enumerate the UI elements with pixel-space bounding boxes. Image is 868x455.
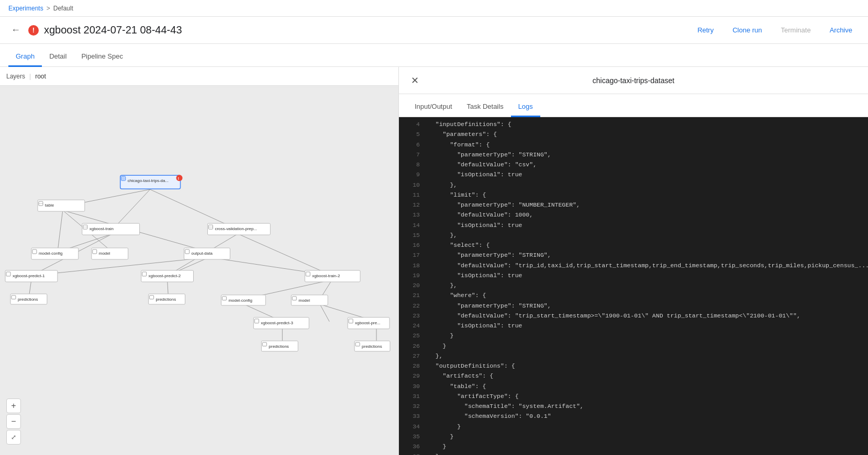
log-line: 32 "schemaTitle": "system.Artifact",	[399, 401, 868, 411]
header-left: ← ! xgboost 2024-07-21 08-44-43	[8, 23, 690, 38]
right-panel-header: ✕ chicago-taxi-trips-dataset	[399, 67, 868, 94]
log-line: 6 "format": {	[399, 140, 868, 150]
main-tabs: Graph Detail Pipeline Spec	[0, 44, 868, 67]
svg-text:cross-validation-prep...: cross-validation-prep...	[215, 226, 257, 231]
svg-text:predictions: predictions	[269, 344, 289, 349]
main-area: Layers | root	[0, 67, 868, 455]
log-line: 23 "defaultValue": "trip_start_timestamp…	[399, 311, 868, 321]
log-line: 17 "parameterType": "STRING",	[399, 250, 868, 260]
rpanel-tab-task-details[interactable]: Task Details	[460, 97, 511, 117]
breadcrumb: Experiments > Default	[0, 0, 868, 17]
log-content[interactable]: 4 "inputDefinitions": {5 "parameters": {…	[399, 117, 868, 455]
log-line: 28 "outputDefinitions": {	[399, 361, 868, 371]
log-line: 36 }	[399, 441, 868, 451]
log-line: 9 "isOptional": true	[399, 169, 868, 179]
svg-text:xgboost-predict-2: xgboost-predict-2	[149, 274, 181, 278]
svg-text:!: !	[178, 176, 180, 181]
log-line: 16 "select": {	[399, 240, 868, 250]
log-line: 22 "parameterType": "STRING",	[399, 301, 868, 311]
log-line: 7 "parameterType": "STRING",	[399, 150, 868, 160]
svg-point-27	[176, 175, 183, 181]
log-line: 24 "isOptional": true	[399, 321, 868, 331]
zoom-out-button[interactable]: −	[6, 414, 21, 429]
breadcrumb-separator: >	[47, 5, 50, 12]
log-line: 34 }	[399, 422, 868, 431]
svg-text:table: table	[45, 203, 54, 208]
rpanel-tab-logs[interactable]: Logs	[511, 97, 540, 117]
svg-text:predictions: predictions	[362, 344, 382, 349]
run-error-icon: !	[28, 25, 39, 36]
layers-bar: Layers | root	[0, 67, 398, 86]
svg-text:model: model	[298, 298, 310, 303]
svg-text:xgboost-predict-1: xgboost-predict-1	[13, 274, 45, 278]
layers-separator: |	[29, 73, 31, 80]
layers-root: root	[35, 73, 46, 80]
svg-text:xgboost-train-2: xgboost-train-2	[312, 274, 340, 278]
breadcrumb-experiments[interactable]: Experiments	[8, 5, 43, 12]
svg-text:xgboost-predict-3: xgboost-predict-3	[261, 321, 293, 325]
log-line: 8 "defaultValue": "csv",	[399, 160, 868, 169]
graph-svg: chicago-taxi-trips-da... ! table xgbo	[0, 86, 398, 455]
log-line: 14 "isOptional": true	[399, 220, 868, 230]
log-line: 25 }	[399, 331, 868, 340]
run-title: xgboost 2024-07-21 08-44-43	[44, 24, 182, 36]
header-actions: Retry Clone run Terminate Archive	[690, 23, 860, 37]
panel-close-button[interactable]: ✕	[407, 73, 422, 88]
zoom-controls: + − ⤢	[6, 399, 21, 445]
back-button[interactable]: ←	[8, 23, 23, 38]
tab-detail[interactable]: Detail	[42, 47, 74, 67]
layers-label: Layers	[6, 73, 25, 80]
log-line: 5 "parameters": {	[399, 129, 868, 139]
tab-graph[interactable]: Graph	[8, 47, 42, 67]
log-line: 15 },	[399, 230, 868, 240]
svg-text:xgboost-train: xgboost-train	[90, 226, 114, 231]
retry-button[interactable]: Retry	[690, 23, 721, 37]
panel-title: chicago-taxi-trips-dataset	[593, 76, 674, 85]
right-panel-tabs: Input/Output Task Details Logs	[399, 94, 868, 117]
tab-pipeline-spec[interactable]: Pipeline Spec	[74, 47, 130, 67]
archive-button[interactable]: Archive	[822, 23, 860, 37]
graph-canvas[interactable]: chicago-taxi-trips-da... ! table xgbo	[0, 86, 398, 455]
breadcrumb-current: Default	[53, 5, 73, 12]
log-line: 11 "limit": {	[399, 190, 868, 200]
log-line: 29 "artifacts": {	[399, 371, 868, 381]
log-line: 21 "where": {	[399, 290, 868, 300]
right-panel: ✕ chicago-taxi-trips-dataset Input/Outpu…	[399, 67, 868, 455]
svg-text:xgboost-pre...: xgboost-pre...	[355, 321, 381, 325]
terminate-button: Terminate	[774, 23, 818, 37]
log-line: 18 "defaultValue": "trip_id,taxi_id,trip…	[399, 260, 868, 270]
log-line: 35 }	[399, 431, 868, 441]
rpanel-tab-input-output[interactable]: Input/Output	[407, 97, 460, 117]
zoom-fit-button[interactable]: ⤢	[6, 430, 21, 445]
log-line: 33 "schemaVersion": "0.0.1"	[399, 411, 868, 421]
svg-text:predictions: predictions	[18, 297, 38, 302]
clone-run-button[interactable]: Clone run	[725, 23, 769, 37]
svg-rect-25	[122, 177, 125, 180]
log-line: 4 "inputDefinitions": {	[399, 119, 868, 129]
log-line: 13 "defaultValue": 1000,	[399, 210, 868, 220]
svg-text:chicago-taxi-trips-da...: chicago-taxi-trips-da...	[128, 178, 169, 183]
run-header: ← ! xgboost 2024-07-21 08-44-43 Retry Cl…	[0, 17, 868, 44]
svg-text:model-config: model-config	[228, 298, 252, 303]
svg-text:model-config: model-config	[39, 251, 63, 256]
svg-text:model: model	[99, 251, 110, 256]
svg-text:output-data: output-data	[192, 251, 213, 256]
log-line: 31 "artifactType": {	[399, 391, 868, 401]
log-line: 12 "parameterType": "NUMBER_INTEGER",	[399, 200, 868, 210]
zoom-in-button[interactable]: +	[6, 399, 21, 413]
log-line: 37 },	[399, 451, 868, 455]
log-line: 19 "isOptional": true	[399, 270, 868, 280]
svg-text:predictions: predictions	[156, 297, 176, 302]
log-line: 10 },	[399, 180, 868, 190]
graph-panel: Layers | root	[0, 67, 399, 455]
log-line: 30 "table": {	[399, 381, 868, 391]
log-line: 20 },	[399, 280, 868, 290]
log-line: 26 }	[399, 341, 868, 351]
log-line: 27 },	[399, 351, 868, 361]
